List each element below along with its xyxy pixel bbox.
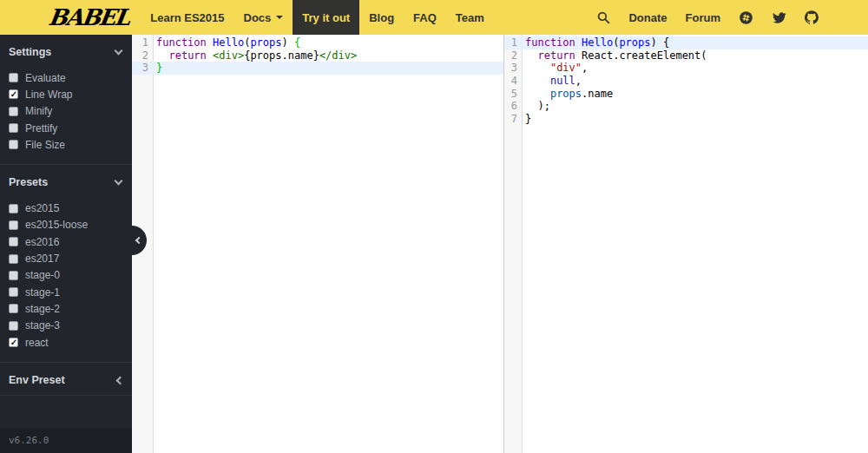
checkbox-label: react xyxy=(25,337,49,349)
nav-item-learn-es2015[interactable]: Learn ES2015 xyxy=(141,0,233,35)
code-token: props xyxy=(619,36,650,49)
checkbox-item-es2015[interactable]: es2015 xyxy=(0,200,132,216)
section-header-presets[interactable]: Presets xyxy=(0,165,132,197)
donate-link[interactable]: Donate xyxy=(628,11,667,24)
sidebar-collapse-handle[interactable] xyxy=(117,226,147,255)
code-token xyxy=(207,36,213,49)
nav-item-label: Learn ES2015 xyxy=(150,11,224,24)
checkbox-unchecked[interactable] xyxy=(9,254,18,264)
checkbox-item-es2015-loose[interactable]: es2015-loose xyxy=(0,217,132,233)
checkbox-unchecked[interactable] xyxy=(9,287,18,297)
checkbox-item-stage-2[interactable]: stage-2 xyxy=(0,300,132,317)
nav-item-label: FAQ xyxy=(413,11,437,24)
checkbox-item-prettify[interactable]: Prettify xyxy=(0,120,132,136)
github-icon[interactable] xyxy=(805,10,819,24)
checkbox-item-stage-1[interactable]: stage-1 xyxy=(0,284,132,300)
input-editor[interactable]: 1function Hello(props) {2 return <div>{p… xyxy=(132,35,503,453)
section-items: es2015es2015-loosees2016es2017stage-0sta… xyxy=(0,200,132,351)
checkbox-item-es2017[interactable]: es2017 xyxy=(0,250,132,266)
checkbox-unchecked[interactable] xyxy=(9,140,18,149)
code-token: <div> xyxy=(213,49,244,62)
checkbox-unchecked[interactable] xyxy=(9,204,18,213)
code-line[interactable]: 1function Hello(props) { xyxy=(504,36,868,49)
checkbox-item-es2016[interactable]: es2016 xyxy=(0,233,132,250)
code-line[interactable]: 7} xyxy=(504,113,868,126)
code-line[interactable]: 4 null, xyxy=(504,75,868,88)
nav-item-label: Docs xyxy=(244,11,272,24)
code-token: return xyxy=(168,49,206,62)
code-token: function xyxy=(525,36,575,49)
chevron-left-icon xyxy=(116,376,125,384)
nav-item-blog[interactable]: Blog xyxy=(359,0,404,35)
code-token: ) { xyxy=(651,36,670,49)
checkbox-unchecked[interactable] xyxy=(9,321,18,331)
section-header-env-preset[interactable]: Env Preset xyxy=(0,363,132,395)
checkbox-label: es2017 xyxy=(25,253,59,265)
code-line[interactable]: 2 return React.createElement( xyxy=(504,49,868,62)
checkbox-label: Prettify xyxy=(25,122,57,135)
code-text: "div", xyxy=(522,62,588,75)
nav-item-label: Try it out xyxy=(302,11,350,24)
output-editor[interactable]: 1function Hello(props) {2 return React.c… xyxy=(503,35,868,453)
code-line[interactable]: 6 ); xyxy=(504,100,868,113)
search-icon[interactable] xyxy=(597,11,610,24)
nav-item-try-it-out[interactable]: Try it out xyxy=(293,0,359,35)
sidebar: SettingsEvaluateLine WrapMinifyPrettifyF… xyxy=(0,35,132,453)
checkbox-item-stage-0[interactable]: stage-0 xyxy=(0,267,132,284)
section-title: Settings xyxy=(9,46,51,58)
checkbox-item-evaluate[interactable]: Evaluate xyxy=(0,69,132,86)
code-token: ) xyxy=(282,36,294,49)
code-token: Hello xyxy=(213,36,244,49)
checkbox-unchecked[interactable] xyxy=(9,123,18,133)
sidebar-section-presets: Presetses2015es2015-loosees2016es2017sta… xyxy=(0,165,132,363)
code-token: Hello xyxy=(582,36,613,49)
line-number: 2 xyxy=(132,49,153,62)
checkbox-unchecked[interactable] xyxy=(9,107,18,116)
checkbox-unchecked[interactable] xyxy=(9,271,18,280)
code-line[interactable]: 2 return <div>{props.name}</div> xyxy=(132,49,503,62)
checkbox-checked[interactable] xyxy=(9,89,18,99)
code-token xyxy=(525,88,550,100)
line-number: 5 xyxy=(504,88,522,101)
checkbox-label: Minify xyxy=(25,105,52,117)
checkbox-unchecked[interactable] xyxy=(9,237,18,246)
checkbox-unchecked[interactable] xyxy=(9,220,18,230)
code-line[interactable]: 5 props.name xyxy=(504,88,868,101)
code-text: function Hello(props) { xyxy=(522,36,669,49)
checkbox-unchecked[interactable] xyxy=(9,73,18,82)
section-header-settings[interactable]: Settings xyxy=(0,35,132,67)
code-line[interactable]: 3} xyxy=(132,62,503,75)
checkbox-item-stage-3[interactable]: stage-3 xyxy=(0,318,132,334)
nav-item-team[interactable]: Team xyxy=(446,0,494,35)
code-token xyxy=(525,75,550,87)
checkbox-item-line-wrap[interactable]: Line Wrap xyxy=(0,86,132,102)
chevron-down-icon xyxy=(115,47,123,56)
line-number: 3 xyxy=(132,62,153,75)
version-label: v6.26.0 xyxy=(0,429,132,453)
checkbox-item-minify[interactable]: Minify xyxy=(0,103,132,120)
code-token xyxy=(575,36,582,49)
checkbox-checked[interactable] xyxy=(9,338,18,347)
checkbox-unchecked[interactable] xyxy=(9,304,18,313)
babel-logo[interactable]: BABEL xyxy=(46,0,131,35)
nav-item-docs[interactable]: Docs xyxy=(234,0,293,35)
checkbox-item-react[interactable]: react xyxy=(0,334,132,351)
forum-link[interactable]: Forum xyxy=(686,11,720,24)
navbar: BABEL Learn ES2015DocsTry it outBlogFAQT… xyxy=(0,0,868,35)
code-text: function Hello(props) { xyxy=(153,36,300,49)
slack-icon[interactable] xyxy=(739,10,753,25)
checkbox-item-file-size[interactable]: File Size xyxy=(0,136,132,153)
code-token: { xyxy=(294,36,300,49)
section-title: Env Preset xyxy=(9,374,65,386)
code-line[interactable]: 3 "div", xyxy=(504,62,868,75)
code-token: } xyxy=(525,113,531,125)
code-text: } xyxy=(522,113,531,126)
code-token: "div" xyxy=(550,62,582,74)
main-area: SettingsEvaluateLine WrapMinifyPrettifyF… xyxy=(0,35,868,453)
twitter-icon[interactable] xyxy=(772,11,786,24)
nav-item-faq[interactable]: FAQ xyxy=(404,0,446,35)
line-number: 2 xyxy=(504,49,522,62)
caret-down-icon xyxy=(276,16,283,19)
line-number: 3 xyxy=(504,62,522,75)
code-line[interactable]: 1function Hello(props) { xyxy=(132,36,503,49)
